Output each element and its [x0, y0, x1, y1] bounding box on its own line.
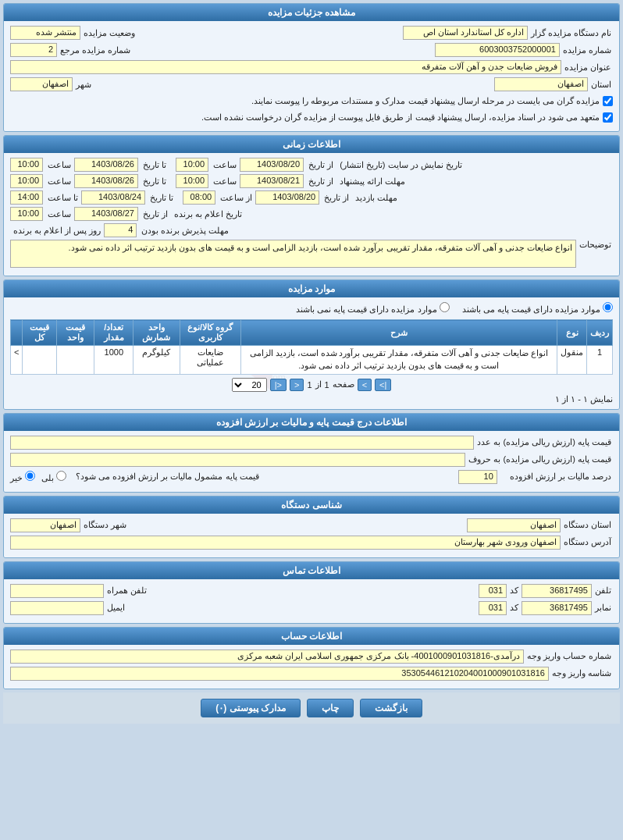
- sheba-value: 353054461210204001000901031816: [10, 667, 549, 681]
- col-header-desc: شرح: [240, 320, 557, 346]
- option2-label[interactable]: موارد مزایده دارای قیمت پایه نمی باشند: [296, 302, 449, 315]
- bottom-buttons: بازگشت چاپ مدارک پیوستی (۰): [3, 692, 620, 724]
- base-price-num-value: [10, 436, 474, 450]
- option1-radio[interactable]: [603, 302, 613, 312]
- mobile-value: [10, 584, 104, 598]
- winner-days-suffix: روز پس از اعلام به برنده: [13, 226, 101, 236]
- tax-yes-label[interactable]: بلی: [41, 471, 66, 483]
- base-price-word-label: قیمت پایه (ارزش ریالی مزایده) به حروف: [468, 454, 611, 464]
- province-label: استان: [591, 80, 611, 90]
- bank-section: اطلاعات حساب شماره حساب واریز وجه درآمدی…: [3, 627, 620, 689]
- ref-number-label: شماره مزایده مرجع: [60, 45, 130, 55]
- time-section: اطلاعات زمانی تاریخ نمایش در سایت (تاریخ…: [3, 135, 620, 276]
- contact-section-header: اطلاعات تماس: [4, 562, 619, 579]
- tax-no-label[interactable]: خیر: [10, 471, 35, 483]
- cell-qty: 1000: [94, 346, 134, 375]
- cell-action[interactable]: >: [11, 346, 23, 375]
- tax-question-text: قیمت پایه مشمول مالیات بر ارزش افزوده می…: [76, 472, 258, 482]
- checkbox-2[interactable]: [603, 112, 613, 123]
- col-header-total-price: قیمت کل: [23, 320, 57, 346]
- time-section-header: اطلاعات زمانی: [4, 136, 619, 153]
- device-section-header: شناسی دستگاه: [4, 497, 619, 514]
- fax-label: نمابر: [595, 603, 611, 613]
- checkbox-label-1: مزایده گران می بایست در مرحله ارسال پیشن…: [251, 94, 600, 109]
- to-time-label-0: ساعت: [48, 160, 71, 170]
- device-section: شناسی دستگاه استان دستگاه اصفهان شهر دست…: [3, 496, 620, 558]
- col-header-qty: تعداد/مقدار: [94, 320, 134, 346]
- title-label: عنوان مزایده: [564, 62, 611, 73]
- time-row-1-label: مهلت ارائه پیشنهاد: [340, 176, 405, 187]
- cell-unit: کیلوگرم: [134, 346, 180, 375]
- to-time-0: 10:00: [10, 158, 43, 172]
- pager-next[interactable]: >: [358, 379, 372, 391]
- to-date-2: 1403/08/24: [81, 190, 145, 205]
- status-label: وضعیت مزایده: [84, 28, 135, 38]
- province-value: اصفهان: [494, 77, 588, 91]
- col-header-row: ردیف: [587, 320, 613, 346]
- to-label-2: تا تاریخ: [150, 193, 173, 203]
- checkbox-row-1: مزایده گران می بایست در مرحله ارسال پیشن…: [10, 94, 613, 109]
- fax-code-value: 031: [479, 601, 507, 615]
- option1-text: موارد مزایده دارای قیمت پایه می باشند: [462, 304, 600, 314]
- phone-label: تلفن: [595, 586, 611, 596]
- mobile-label: تلفن همراه: [107, 586, 147, 596]
- fax-value: 36817495: [522, 601, 592, 615]
- pager-first[interactable]: <|: [270, 379, 287, 391]
- pager-last[interactable]: |>: [375, 379, 391, 391]
- pager-prev[interactable]: <: [290, 379, 304, 391]
- bank-section-header: اطلاعات حساب: [4, 628, 619, 645]
- from-label-1: از تاریخ: [308, 176, 333, 187]
- tax-no-radio[interactable]: [25, 471, 35, 481]
- back-button[interactable]: بازگشت: [360, 699, 422, 717]
- from-time-2: 08:00: [183, 190, 215, 205]
- checkbox-1[interactable]: [603, 96, 613, 106]
- account-label: شماره حساب واریز وجه: [527, 651, 611, 661]
- fax-code-label: کد: [510, 603, 518, 613]
- price-section-header: اطلاعات درج قیمت پایه و مالیات بر ارزش ا…: [4, 414, 619, 431]
- from-label-2: از تاریخ: [324, 193, 349, 203]
- pager-showing: نمایش ۱ - ۱ از ۱: [10, 394, 613, 404]
- tax-percent-label: درصد مالیات بر ارزش افزوده: [510, 472, 611, 482]
- phone-code-value: 031: [479, 584, 507, 598]
- cell-group: ضایعات عملیاتی: [180, 346, 240, 375]
- desc-value: انواع ضایعات جدنی و آهی آلات متفرقه، مقد…: [10, 240, 576, 268]
- tax-no-text: خیر: [10, 473, 23, 482]
- to-time-1: 10:00: [10, 174, 43, 188]
- device-province-value: اصفهان: [467, 518, 561, 532]
- option2-radio[interactable]: [440, 302, 450, 312]
- status-value: منتشر شده: [10, 26, 80, 40]
- pager-perpage[interactable]: 20 50 100: [232, 378, 267, 392]
- from-label-3: از تاریخ: [143, 209, 168, 219]
- tax-yes-radio[interactable]: [56, 471, 66, 481]
- main-section-header: مشاهده جزئیات مزایده: [4, 4, 619, 21]
- time-label-3: ساعت: [48, 209, 71, 219]
- cell-desc: انواع ضایعات جدنی و آهی آلات متفرقه، مقد…: [240, 346, 557, 375]
- option2-text: موارد مزایده دارای قیمت پایه نمی باشند: [296, 304, 436, 314]
- ref-number-value: 2: [10, 43, 57, 57]
- account-value: درآمدی-4001000901031816- بانک مرکزی جمهو…: [10, 650, 524, 664]
- col-header-unit-price: قیمت واحد: [57, 320, 94, 346]
- cell-unit-price: [57, 346, 94, 375]
- cell-total-price: [23, 346, 57, 375]
- city-label: شهر: [76, 80, 91, 90]
- checkbox-row-2: متعهد می شود در اسناد مزایده، ارسال پیشن…: [10, 111, 613, 125]
- price-section: اطلاعات درج قیمت پایه و مالیات بر ارزش ا…: [3, 413, 620, 493]
- cell-type: منقول: [557, 346, 587, 375]
- tax-percent-value: 10: [458, 470, 497, 484]
- main-section: مشاهده جزئیات مزایده نام دستگاه مزایده گ…: [3, 3, 620, 132]
- pager-of: از: [315, 379, 322, 390]
- time-row-3-label: تاریخ اعلام به برنده: [174, 209, 242, 219]
- print-button[interactable]: چاپ: [307, 699, 354, 717]
- option1-label[interactable]: موارد مزایده دارای قیمت پایه می باشند: [462, 302, 613, 315]
- email-value: [10, 601, 104, 615]
- docs-button[interactable]: مدارک پیوستی (۰): [201, 699, 301, 717]
- phone-value: 36817495: [522, 584, 592, 598]
- col-header-action: [11, 320, 23, 346]
- auction-number-value: 6003003752000001: [435, 43, 560, 57]
- from-time-3: 10:00: [10, 207, 43, 221]
- device-address-value: اصفهان ورودی شهر بهارستان: [10, 536, 561, 550]
- col-header-group: گروه کالا/نوع کاربری: [180, 320, 240, 346]
- device-address-label: آدرس دستگاه: [564, 537, 611, 547]
- from-time-1: 10:00: [176, 174, 208, 188]
- to-time-2: 14:00: [10, 190, 43, 205]
